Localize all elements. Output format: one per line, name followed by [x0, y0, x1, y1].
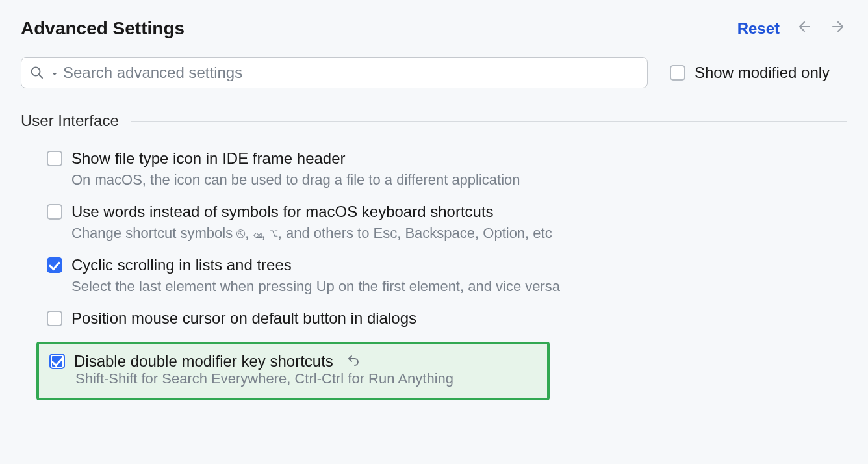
- search-icon: [29, 65, 45, 81]
- header: Advanced Settings Reset: [21, 18, 847, 39]
- divider-line: [131, 121, 847, 122]
- setting-item-use-words: Use words instead of symbols for macOS k…: [47, 203, 847, 242]
- checkbox-icon: [47, 311, 62, 326]
- setting-label: Use words instead of symbols for macOS k…: [71, 203, 494, 221]
- svg-line-1: [39, 75, 42, 78]
- setting-item-disable-double-modifier: Disable double modifier key shortcuts Sh…: [36, 342, 550, 400]
- section-header: User Interface: [21, 112, 847, 130]
- setting-item-position-cursor: Position mouse cursor on default button …: [47, 309, 847, 328]
- setting-checkbox-row[interactable]: Show file type icon in IDE frame header: [47, 149, 847, 168]
- checkbox-icon: [49, 354, 65, 369]
- settings-list: Show file type icon in IDE frame header …: [21, 149, 847, 400]
- forward-arrow-icon[interactable]: [830, 19, 847, 38]
- setting-desc: Select the last element when pressing Up…: [71, 278, 847, 295]
- setting-desc: Change shortcut symbols ⎋, ⌫, ⌥, and oth…: [71, 225, 847, 242]
- setting-item-cyclic-scrolling: Cyclic scrolling in lists and trees Sele…: [47, 256, 847, 295]
- header-right: Reset: [737, 19, 847, 38]
- setting-checkbox-row[interactable]: Disable double modifier key shortcuts: [49, 352, 537, 370]
- checkbox-icon: [670, 65, 685, 81]
- revert-icon[interactable]: [346, 353, 361, 370]
- reset-link[interactable]: Reset: [737, 19, 780, 38]
- checkbox-icon: [47, 204, 62, 220]
- section-label: User Interface: [21, 112, 119, 130]
- setting-checkbox-row[interactable]: Position mouse cursor on default button …: [47, 309, 847, 328]
- search-input[interactable]: [63, 64, 641, 82]
- search-field-wrap[interactable]: [21, 57, 648, 88]
- back-arrow-icon[interactable]: [798, 19, 815, 38]
- setting-label: Show file type icon in IDE frame header: [71, 149, 346, 168]
- checkbox-icon: [47, 151, 62, 166]
- page-title: Advanced Settings: [21, 18, 185, 39]
- setting-label: Position mouse cursor on default button …: [71, 309, 416, 328]
- search-row: Show modified only: [21, 57, 847, 88]
- setting-label: Disable double modifier key shortcuts: [74, 352, 333, 370]
- show-modified-only-checkbox[interactable]: Show modified only: [670, 64, 830, 82]
- checkbox-icon: [47, 257, 62, 273]
- setting-checkbox-row[interactable]: Use words instead of symbols for macOS k…: [47, 203, 847, 221]
- setting-checkbox-row[interactable]: Cyclic scrolling in lists and trees: [47, 256, 847, 274]
- search-dropdown-icon[interactable]: [51, 64, 58, 81]
- show-modified-only-label: Show modified only: [695, 64, 830, 82]
- setting-label: Cyclic scrolling in lists and trees: [71, 256, 292, 274]
- setting-desc: On macOS, the icon can be used to drag a…: [71, 172, 847, 188]
- nav-arrows: [798, 19, 847, 38]
- setting-desc: Shift-Shift for Search Everywhere, Ctrl-…: [75, 370, 537, 387]
- setting-item-file-type-icon: Show file type icon in IDE frame header …: [47, 149, 847, 188]
